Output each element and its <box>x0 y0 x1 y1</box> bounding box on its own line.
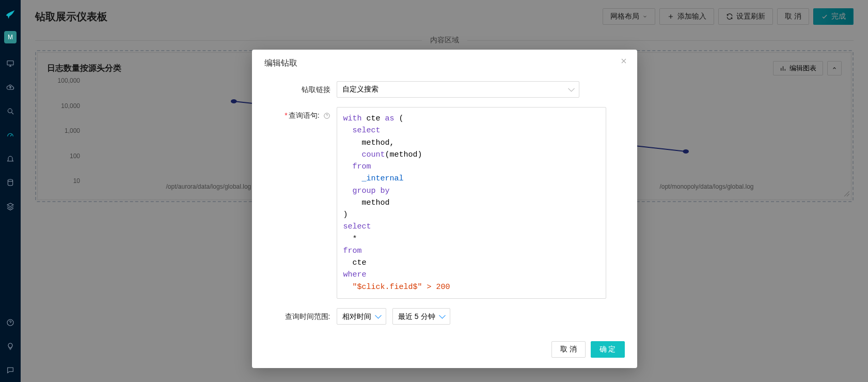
modal-cancel-button[interactable]: 取 消 <box>551 341 586 358</box>
modal-close-button[interactable] <box>620 57 628 68</box>
time-span-value: 最近 5 分钟 <box>398 312 435 320</box>
drill-link-select[interactable]: 自定义搜索 <box>337 81 579 98</box>
app-logo <box>0 0 21 29</box>
time-range-label: 查询时间范围: <box>264 308 337 325</box>
gauge-icon <box>6 131 14 139</box>
lightbulb-icon <box>6 342 14 350</box>
search-icon <box>6 107 14 115</box>
nav-item-dashboard[interactable] <box>0 52 21 75</box>
side-nav: M <box>0 0 21 382</box>
chat-icon <box>6 366 14 374</box>
nav-item-alerts[interactable] <box>0 147 21 171</box>
workspace-badge[interactable]: M <box>4 31 17 43</box>
nav-item-upload[interactable] <box>0 75 21 99</box>
bird-logo-icon <box>5 9 15 20</box>
nav-item-help[interactable] <box>0 311 21 334</box>
modal-footer: 取 消 确 定 <box>252 335 637 368</box>
monitor-icon <box>6 59 14 68</box>
modal-title: 编辑钻取 <box>264 58 297 67</box>
question-circle-icon <box>6 318 14 327</box>
nav-item-tips[interactable] <box>0 334 21 358</box>
drill-link-value: 自定义搜索 <box>342 85 378 94</box>
nav-item-feedback[interactable] <box>0 358 21 382</box>
modal-body: 钻取链接 自定义搜索 *查询语句: with cte as ( select m… <box>252 77 637 335</box>
modal-header: 编辑钻取 <box>252 50 637 77</box>
nav-item-stack[interactable] <box>0 194 21 218</box>
time-mode-select[interactable]: 相对时间 <box>337 308 386 325</box>
edit-drill-modal: 编辑钻取 钻取链接 自定义搜索 *查询语句: <box>252 50 637 368</box>
close-icon <box>620 57 628 65</box>
nav-item-search[interactable] <box>0 99 21 123</box>
query-editor[interactable]: with cte as ( select method, count(metho… <box>337 107 606 299</box>
svg-point-2 <box>8 179 12 181</box>
database-icon <box>6 178 14 187</box>
bell-icon <box>6 155 14 163</box>
query-help-icon[interactable] <box>323 112 330 119</box>
drill-link-label: 钻取链接 <box>264 81 337 98</box>
layers-icon <box>6 202 14 210</box>
svg-rect-0 <box>7 61 13 65</box>
main-area: 钻取展示仪表板 网格布局 添加输入 设置刷新 取 消 完成 内容区域 日志数量按… <box>21 0 868 382</box>
nav-item-data[interactable] <box>0 171 21 194</box>
time-span-select[interactable]: 最近 5 分钟 <box>392 308 450 325</box>
query-label-text: 查询语句: <box>289 111 320 119</box>
query-label: *查询语句: <box>264 107 337 124</box>
modal-ok-button[interactable]: 确 定 <box>591 341 625 358</box>
nav-item-gauge[interactable] <box>0 123 21 147</box>
time-mode-value: 相对时间 <box>342 312 371 320</box>
question-circle-icon <box>323 112 330 119</box>
svg-point-1 <box>8 109 12 113</box>
cloud-upload-icon <box>6 83 14 91</box>
